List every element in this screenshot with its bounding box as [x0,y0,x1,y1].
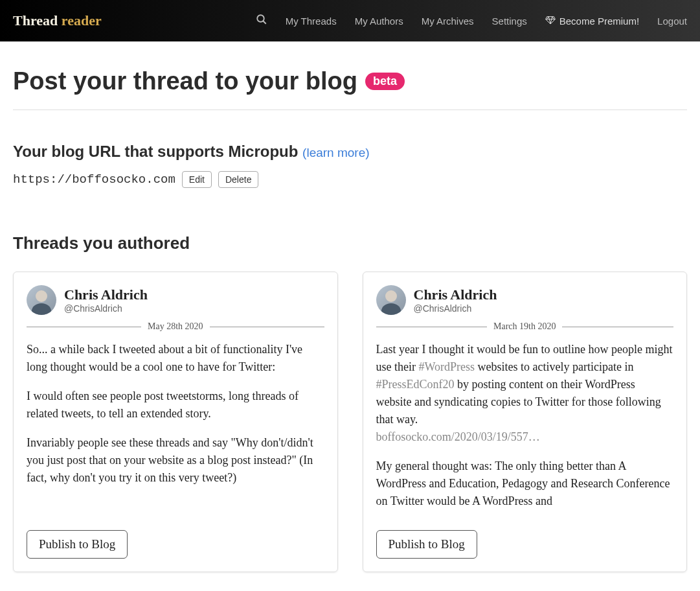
svg-line-1 [263,21,266,24]
thread-card: Chris Aldrich @ChrisAldrich May 28th 202… [13,272,338,572]
author-handle[interactable]: @ChrisAldrich [414,303,497,314]
avatar[interactable] [27,285,56,315]
edit-button[interactable]: Edit [182,171,212,188]
card-body: Chris Aldrich @ChrisAldrich March 19th 2… [376,285,674,518]
tweet-paragraph: Invariably people see these threads and … [27,434,324,487]
search-icon[interactable] [256,14,267,28]
nav-items: My Threads My Authors My Archives Settin… [256,14,687,28]
tweet-paragraph: I would often see people post tweetstorm… [27,388,324,423]
thread-date: May 28th 2020 [141,321,210,332]
tweet-paragraph: Last year I thought it would be fun to o… [376,341,674,446]
title-divider [13,110,687,110]
blog-url-heading-text: Your blog URL that supports Micropub [13,143,298,160]
date-divider: May 28th 2020 [27,321,324,332]
page-title: Post your thread to your blog beta [13,67,687,95]
diamond-icon [545,16,556,27]
text-span: websites to actively participate in [475,360,633,373]
blog-url-heading: Your blog URL that supports Micropub (le… [13,143,687,161]
author-name[interactable]: Chris Aldrich [414,286,497,303]
tweet-text: So... a while back I tweeted about a bit… [27,341,324,487]
delete-button[interactable]: Delete [218,171,258,188]
threads-heading: Threads you authored [13,233,687,253]
blog-url-section: Your blog URL that supports Micropub (le… [13,143,687,188]
thread-card: Chris Aldrich @ChrisAldrich March 19th 2… [363,272,688,572]
author-name[interactable]: Chris Aldrich [64,286,148,303]
url-row: https://boffosocko.com Edit Delete [13,171,687,188]
publish-button[interactable]: Publish to Blog [376,530,477,559]
publish-button[interactable]: Publish to Blog [27,530,128,559]
hashtag-link[interactable]: #PressEdConf20 [376,378,455,391]
page-title-text: Post your thread to your blog [13,67,357,95]
brand-word1: Thread [13,12,58,29]
tweet-paragraph: My general thought was: The only thing b… [376,458,674,510]
main-container: Post your thread to your blog beta Your … [0,41,700,585]
nav-my-archives[interactable]: My Archives [422,16,474,27]
date-divider: March 19th 2020 [376,321,674,332]
nav-logout[interactable]: Logout [657,16,687,27]
avatar[interactable] [376,285,406,315]
author-handle[interactable]: @ChrisAldrich [64,303,148,314]
navbar: Thread reader My Threads My Authors My A… [0,0,700,41]
thread-cards: Chris Aldrich @ChrisAldrich May 28th 202… [13,272,687,572]
tweet-text: Last year I thought it would be fun to o… [376,341,674,510]
hashtag-link[interactable]: #WordPress [418,360,475,373]
nav-premium[interactable]: Become Premium! [545,16,639,27]
brand-logo[interactable]: Thread reader [13,12,102,29]
nav-settings[interactable]: Settings [492,16,527,27]
nav-premium-label: Become Premium! [559,16,639,27]
blog-url-value: https://boffosocko.com [13,172,175,187]
beta-badge: beta [365,73,405,90]
author-row: Chris Aldrich @ChrisAldrich [376,285,674,315]
nav-my-authors[interactable]: My Authors [355,16,403,27]
author-row: Chris Aldrich @ChrisAldrich [27,285,324,315]
nav-my-threads[interactable]: My Threads [286,16,337,27]
svg-point-0 [257,15,264,22]
card-body: Chris Aldrich @ChrisAldrich May 28th 202… [27,285,324,518]
brand-word2: reader [62,12,102,29]
thread-date: March 19th 2020 [487,321,562,332]
short-link[interactable]: boffosocko.com/2020/03/19/557… [376,430,540,443]
learn-more-link[interactable]: (learn more) [302,146,369,159]
tweet-paragraph: So... a while back I tweeted about a bit… [27,341,324,376]
